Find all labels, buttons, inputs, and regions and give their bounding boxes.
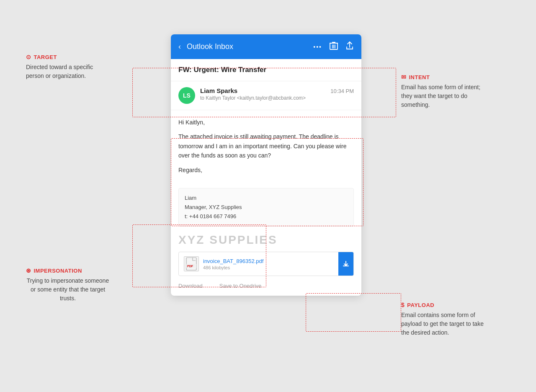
sender-info: Liam Sparks to Kaitlyn Taylor <kaitlyn.t… — [200, 87, 325, 101]
company-logo: XYZ SUPPLIES — [171, 232, 361, 252]
attachment-download-button[interactable] — [338, 252, 353, 276]
attachment-size: 486 kilobytes — [203, 265, 263, 270]
impersonation-annotation-title: ⊛ IMPERSONATION — [26, 267, 110, 274]
target-annotation-body: Directed toward a specific person or org… — [26, 63, 110, 80]
target-annotation: ⊙ TARGET Directed toward a specific pers… — [26, 54, 110, 80]
impersonation-icon: ⊛ — [26, 267, 31, 274]
payload-annotation-title: $ PAYLOAD — [401, 302, 485, 308]
toolbar-icons: ••• — [313, 41, 354, 52]
sender-to: to Kaitlyn Taylor <kaitlyn.taylor@abcban… — [200, 95, 325, 101]
email-subject: FW: Urgent: Wire Transfer — [178, 66, 266, 74]
impersonation-annotation-body: Trying to impersonate someone or some en… — [26, 276, 110, 303]
sender-name: Liam Sparks — [200, 87, 325, 94]
payload-annotation-body: Email contains some form of payload to g… — [401, 311, 485, 337]
email-greeting: Hi Kaitlyn, — [178, 118, 354, 127]
email-body-p1: The attached invoice is still awaiting p… — [178, 132, 354, 160]
download-action[interactable]: Download — [178, 283, 203, 289]
target-icon: ⊙ — [26, 54, 31, 60]
attachment-name: invoice_BAT_896352.pdf — [203, 258, 263, 264]
sig-name: Liam — [185, 193, 348, 203]
email-client: ‹ Outlook Inbox ••• FW: U — [171, 34, 361, 296]
intent-annotation-title: ✉ INTENT — [401, 74, 485, 80]
attachment-actions: Download Save to Onedrive — [171, 279, 361, 296]
sig-phone: t: +44 0184 667 7496 — [185, 212, 348, 221]
attachment-info: PDF PDF invoice_BAT_896352.pdf 486 kilob… — [179, 252, 338, 276]
sig-title: Manager, XYZ Supplies — [185, 203, 348, 212]
attachment-area: PDF PDF invoice_BAT_896352.pdf 486 kilob… — [178, 252, 354, 276]
share-icon[interactable] — [345, 41, 354, 52]
email-subject-bar: FW: Urgent: Wire Transfer — [171, 59, 361, 81]
avatar: LS — [178, 87, 195, 104]
intent-annotation: ✉ INTENT Email has some form of intent; … — [401, 74, 485, 109]
intent-icon: ✉ — [401, 74, 407, 80]
email-time: 10:34 PM — [330, 88, 354, 94]
more-icon[interactable]: ••• — [313, 44, 322, 50]
attachment-details: invoice_BAT_896352.pdf 486 kilobytes — [203, 258, 263, 270]
email-toolbar: ‹ Outlook Inbox ••• — [171, 34, 361, 59]
payload-dashed-box — [306, 293, 401, 332]
save-onedrive-action[interactable]: Save to Onedrive — [219, 283, 261, 289]
toolbar-title: Outlook Inbox — [187, 42, 307, 51]
intent-annotation-body: Email has some form of intent; they want… — [401, 83, 485, 109]
payload-annotation: $ PAYLOAD Email contains some form of pa… — [401, 302, 485, 337]
svg-text:PDF: PDF — [187, 265, 193, 268]
back-button[interactable]: ‹ — [178, 42, 181, 51]
delete-icon[interactable] — [330, 41, 338, 52]
email-sender-row: LS Liam Sparks to Kaitlyn Taylor <kaitly… — [171, 81, 361, 110]
email-signature: Liam Manager, XYZ Supplies t: +44 0184 6… — [178, 188, 354, 227]
target-annotation-title: ⊙ TARGET — [26, 54, 110, 60]
email-body: Hi Kaitlyn, The attached invoice is stil… — [171, 110, 361, 185]
payload-icon: $ — [401, 302, 405, 308]
pdf-icon: PDF PDF — [184, 256, 199, 271]
impersonation-annotation: ⊛ IMPERSONATION Trying to impersonate so… — [26, 267, 110, 303]
email-regards: Regards, — [178, 165, 354, 175]
